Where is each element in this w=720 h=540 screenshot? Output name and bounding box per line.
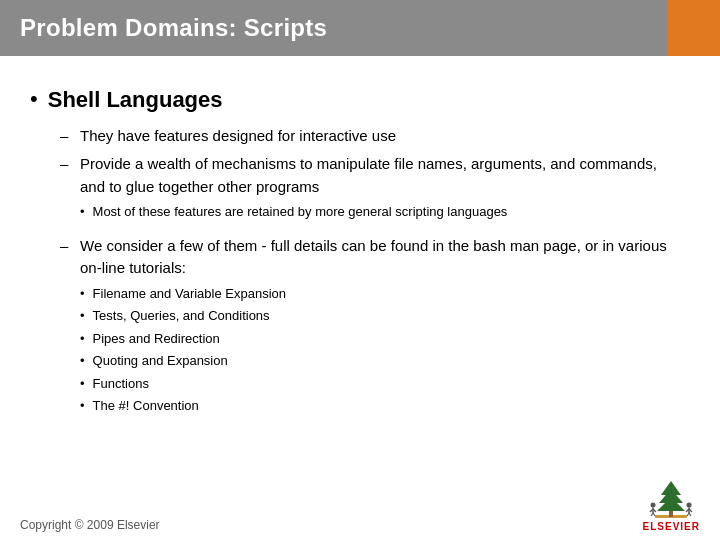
sub-sub-list-3: • Filename and Variable Expansion • Test… <box>80 284 286 419</box>
orange-accent-bar <box>668 0 720 56</box>
slide-footer: Copyright © 2009 Elsevier <box>0 471 720 540</box>
elsevier-tree-icon <box>645 479 697 521</box>
sub-sub-text-6: Functions <box>93 374 149 394</box>
slide-title: Problem Domains: Scripts <box>20 14 327 42</box>
slide-content: • Shell Languages – They have features d… <box>0 56 720 471</box>
sub-sub-text-3: Tests, Queries, and Conditions <box>93 306 270 326</box>
sub-sub-text-1: Most of these features are retained by m… <box>93 202 508 222</box>
svg-line-16 <box>689 513 691 516</box>
sub-text-3: We consider a few of them - full details… <box>80 235 680 280</box>
sub-sub-item-7: • The #! Convention <box>80 396 286 416</box>
sub-sub-item-1: • Most of these features are retained by… <box>80 202 507 222</box>
sub-sub-text-2: Filename and Variable Expansion <box>93 284 286 304</box>
sub-list: – They have features designed for intera… <box>60 125 680 423</box>
elsevier-brand-text: ELSEVIER <box>643 521 700 532</box>
main-bullet-label: Shell Languages <box>48 86 223 115</box>
sub-item-3: – We consider a few of them - full detai… <box>60 235 680 423</box>
sub-sub-item-4: • Pipes and Redirection <box>80 329 286 349</box>
sub-sub-dot-1: • <box>80 202 85 222</box>
sub-sub-list-2: • Most of these features are retained by… <box>80 202 507 225</box>
sub-sub-dot-3: • <box>80 306 85 326</box>
sub-dash-1: – <box>60 125 72 148</box>
sub-sub-text-5: Quoting and Expansion <box>93 351 228 371</box>
sub-text-2: Provide a wealth of mechanisms to manipu… <box>80 153 680 198</box>
sub-sub-dot-5: • <box>80 351 85 371</box>
sub-sub-dot-7: • <box>80 396 85 416</box>
sub-sub-item-2: • Filename and Variable Expansion <box>80 284 286 304</box>
svg-line-10 <box>653 513 655 516</box>
sub-sub-item-6: • Functions <box>80 374 286 394</box>
sub-sub-item-5: • Quoting and Expansion <box>80 351 286 371</box>
sub-sub-text-4: Pipes and Redirection <box>93 329 220 349</box>
sub-sub-dot-6: • <box>80 374 85 394</box>
sub-dash-2: – <box>60 153 72 176</box>
sub-sub-dot-2: • <box>80 284 85 304</box>
sub-item-2: – Provide a wealth of mechanisms to mani… <box>60 153 680 229</box>
svg-marker-4 <box>657 497 685 511</box>
sub-text-1: They have features designed for interact… <box>80 125 396 148</box>
main-bullet: • Shell Languages <box>30 86 680 115</box>
sub-sub-item-3: • Tests, Queries, and Conditions <box>80 306 286 326</box>
main-bullet-dot: • <box>30 86 38 112</box>
svg-point-5 <box>651 503 656 508</box>
copyright-text: Copyright © 2009 Elsevier <box>20 518 160 532</box>
sub-dash-3: – <box>60 235 72 258</box>
slide: Problem Domains: Scripts • Shell Languag… <box>0 0 720 540</box>
sub-sub-text-7: The #! Convention <box>93 396 199 416</box>
sub-item-1: – They have features designed for intera… <box>60 125 680 148</box>
sub-sub-dot-4: • <box>80 329 85 349</box>
elsevier-logo: ELSEVIER <box>643 479 700 532</box>
slide-header: Problem Domains: Scripts <box>0 0 720 56</box>
svg-point-11 <box>687 503 692 508</box>
